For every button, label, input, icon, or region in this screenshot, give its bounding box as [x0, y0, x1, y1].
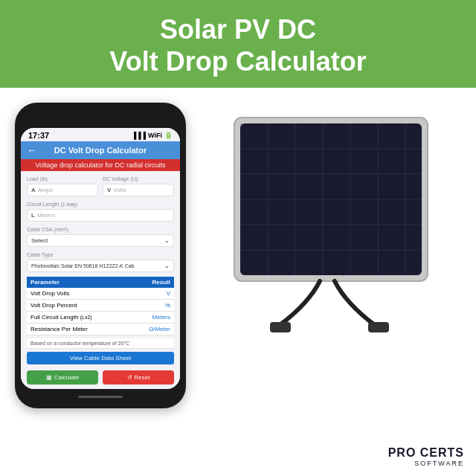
phone-frame: 17:37 ▐▐▐ WiFi 🔋 ← DC Volt Drop Calculat…: [15, 103, 186, 408]
table-header-param: Parameter: [27, 277, 131, 288]
status-time: 17:37: [28, 131, 49, 140]
reset-button[interactable]: ↺ Reset: [103, 370, 174, 385]
circuit-length-input[interactable]: L Meters: [27, 209, 174, 222]
results-table: Parameter Result Volt Drop Volts V Volt …: [27, 277, 174, 335]
phone-screen: 17:37 ▐▐▐ WiFi 🔋 ← DC Volt Drop Calculat…: [21, 128, 180, 389]
logo-name: PRO CERTS: [388, 446, 464, 460]
table-row: Full Circuit Length (Lx2) Meters: [27, 312, 174, 324]
load-label: Load (lb): [27, 176, 98, 182]
chevron-down-icon: ⌄: [164, 237, 170, 244]
logo-area: PRO CERTS SOFTWARE: [388, 446, 464, 467]
main-content: 17:37 ▐▐▐ WiFi 🔋 ← DC Volt Drop Calculat…: [0, 88, 476, 476]
voltage-group: DC Voltage (U) V Volts: [103, 176, 174, 196]
wifi-icon: WiFi: [148, 132, 162, 139]
circuit-length-group: Circuit Length (1 way) L Meters: [27, 201, 174, 222]
cable-sheet-button[interactable]: View Cable Data Sheet: [27, 352, 174, 364]
logo-sub: SOFTWARE: [388, 460, 464, 467]
row3-param: Full Circuit Length (Lx2): [27, 312, 131, 324]
cable-type-label: Cable Type: [27, 251, 174, 258]
table-header-result: Result: [131, 277, 174, 288]
reset-icon: ↺: [127, 374, 132, 381]
app-banner: Voltage drop calculator for DC radial ci…: [21, 159, 180, 171]
back-button[interactable]: ←: [27, 144, 37, 156]
table-row: Volt Drop Percent %: [27, 300, 174, 312]
cable-type-group: Cable Type Photovoltaic Solar EN 50618 H…: [27, 251, 174, 272]
row4-param: Resistance Per Meter: [27, 324, 131, 335]
row1-result: V: [131, 288, 174, 300]
phone-mockup: 17:37 ▐▐▐ WiFi 🔋 ← DC Volt Drop Calculat…: [15, 103, 193, 469]
phone-home-bar-area: [21, 392, 180, 401]
solar-panel-area: [201, 103, 461, 469]
cable-csa-group: Cable CSA (mm²) Select ⌄: [27, 226, 174, 247]
app-header: ← DC Volt Drop Calculator: [21, 141, 180, 159]
status-icons: ▐▐▐ WiFi 🔋: [132, 132, 173, 139]
temp-note: Based on a conductor temperature of 20°C: [27, 338, 174, 349]
row1-param: Volt Drop Volts: [27, 288, 131, 300]
row3-result: Meters: [131, 312, 174, 324]
app-form: Load (lb) A Amps DC Voltage (U): [21, 171, 180, 389]
table-row: Volt Drop Volts V: [27, 288, 174, 300]
voltage-prefix: V: [107, 187, 111, 193]
battery-icon: 🔋: [164, 132, 173, 139]
calculator-icon: ▦: [46, 374, 52, 381]
calculate-button[interactable]: ▦ Calculate: [27, 370, 98, 385]
page-title: Solar PV DC Volt Drop Calculator: [7, 13, 469, 77]
voltage-label: DC Voltage (U): [103, 176, 174, 182]
svg-rect-20: [270, 322, 291, 332]
load-group: Load (lb) A Amps: [27, 176, 98, 196]
row2-param: Volt Drop Percent: [27, 300, 131, 312]
circuit-length-placeholder: Meters: [37, 212, 55, 219]
signal-icon: ▐▐▐: [132, 132, 146, 139]
solar-panel-image: [212, 110, 450, 333]
row2-result: %: [131, 300, 174, 312]
phone-home-bar: [78, 396, 123, 398]
load-input[interactable]: A Amps: [27, 184, 98, 196]
phone-notch: [71, 112, 130, 123]
table-row: Resistance Per Meter Ω/Meter: [27, 324, 174, 335]
cable-csa-select[interactable]: Select ⌄: [27, 234, 174, 247]
svg-rect-21: [368, 322, 389, 332]
voltage-input[interactable]: V Volts: [103, 184, 174, 196]
app-title: DC Volt Drop Calculator: [54, 146, 147, 155]
status-bar: 17:37 ▐▐▐ WiFi 🔋: [21, 128, 180, 141]
chevron-down-icon-2: ⌄: [164, 263, 170, 269]
row4-result: Ω/Meter: [131, 324, 174, 335]
page-header: Solar PV DC Volt Drop Calculator: [0, 0, 476, 88]
action-buttons: ▦ Calculate ↺ Reset: [27, 370, 174, 385]
load-placeholder: Amps: [38, 187, 53, 193]
voltage-placeholder: Volts: [113, 187, 126, 193]
circuit-length-label: Circuit Length (1 way): [27, 201, 174, 208]
phone-notch-area: [21, 110, 180, 125]
cable-csa-label: Cable CSA (mm²): [27, 226, 174, 233]
load-voltage-row: Load (lb) A Amps DC Voltage (U): [27, 176, 174, 196]
cable-type-select[interactable]: Photovoltaic Solar EN 50618 H1Z2Z2-K Cab…: [27, 260, 174, 272]
load-prefix: A: [31, 187, 36, 193]
circuit-length-prefix: L: [31, 212, 35, 219]
